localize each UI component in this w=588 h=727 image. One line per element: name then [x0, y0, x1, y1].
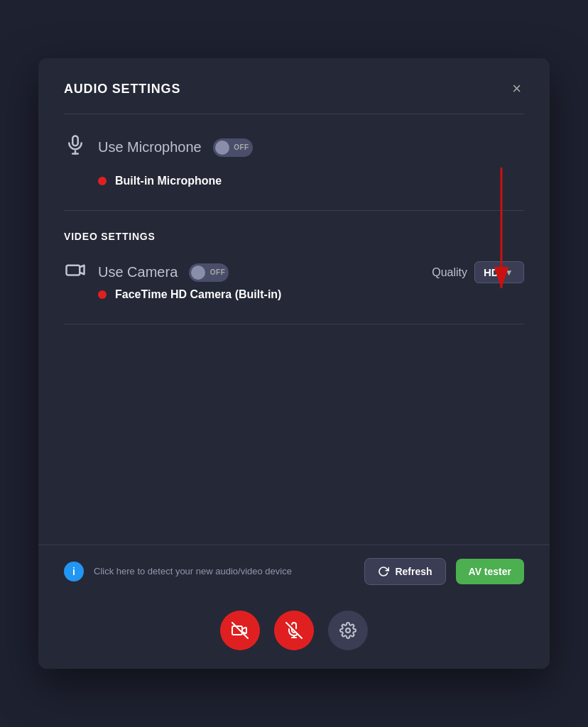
- video-off-button[interactable]: [220, 611, 260, 650]
- cam-active-dot: [98, 290, 107, 299]
- camera-icon: [64, 259, 87, 285]
- bottom-toolbar: [38, 598, 550, 669]
- red-arrow-annotation: [480, 168, 523, 310]
- camera-row: Use Camera OFF Quality HD ▼: [64, 259, 524, 285]
- footer-divider: [64, 324, 524, 324]
- video-off-icon: [232, 622, 249, 639]
- refresh-icon: [378, 566, 389, 577]
- dialog-title: AUDIO SETTINGS: [64, 82, 180, 97]
- camera-toggle-knob: [191, 266, 205, 280]
- microphone-toggle-text: OFF: [234, 143, 249, 151]
- close-button[interactable]: ×: [509, 78, 524, 99]
- selected-camera-row: FaceTime HD Camera (Built-in): [64, 288, 524, 301]
- svg-rect-3: [67, 266, 80, 275]
- microphone-label: Use Microphone: [98, 139, 202, 155]
- footer-info-text[interactable]: Click here to detect your new audio/vide…: [94, 565, 354, 578]
- microphone-icon: [64, 134, 87, 160]
- dialog-header: AUDIO SETTINGS ×: [38, 58, 550, 114]
- microphone-toggle-knob: [215, 141, 229, 155]
- selected-microphone-row: Built-in Microphone: [64, 175, 524, 187]
- selected-microphone-name: Built-in Microphone: [115, 175, 222, 187]
- av-tester-label: AV tester: [469, 566, 511, 577]
- svg-line-6: [232, 623, 248, 638]
- svg-point-11: [346, 628, 350, 633]
- camera-toggle[interactable]: OFF: [189, 263, 229, 282]
- selected-camera-name: FaceTime HD Camera (Built-in): [115, 288, 281, 301]
- microphone-toggle[interactable]: OFF: [213, 138, 253, 157]
- mic-active-dot: [98, 177, 107, 185]
- info-icon: i: [64, 562, 84, 581]
- camera-toggle-text: OFF: [210, 268, 226, 276]
- audio-section: Use Microphone OFF Built-in Microphone: [38, 114, 550, 210]
- video-section: VIDEO SETTINGS Use Camera OFF Quality HD…: [38, 211, 550, 324]
- footer: i Click here to detect your new audio/vi…: [38, 545, 550, 598]
- refresh-label: Refresh: [395, 566, 432, 577]
- av-tester-button[interactable]: AV tester: [456, 559, 524, 584]
- camera-label: Use Camera: [98, 264, 178, 280]
- mic-off-button[interactable]: [274, 611, 314, 650]
- settings-button[interactable]: [328, 611, 368, 650]
- mic-off-icon: [285, 622, 303, 639]
- refresh-button[interactable]: Refresh: [364, 558, 445, 585]
- svg-rect-0: [72, 136, 78, 146]
- microphone-row: Use Microphone OFF: [64, 134, 524, 160]
- audio-settings-dialog: AUDIO SETTINGS × Use Microphone OFF: [38, 58, 550, 669]
- video-section-title: VIDEO SETTINGS: [64, 231, 524, 242]
- gear-icon: [339, 622, 356, 639]
- quality-label: Quality: [432, 266, 467, 279]
